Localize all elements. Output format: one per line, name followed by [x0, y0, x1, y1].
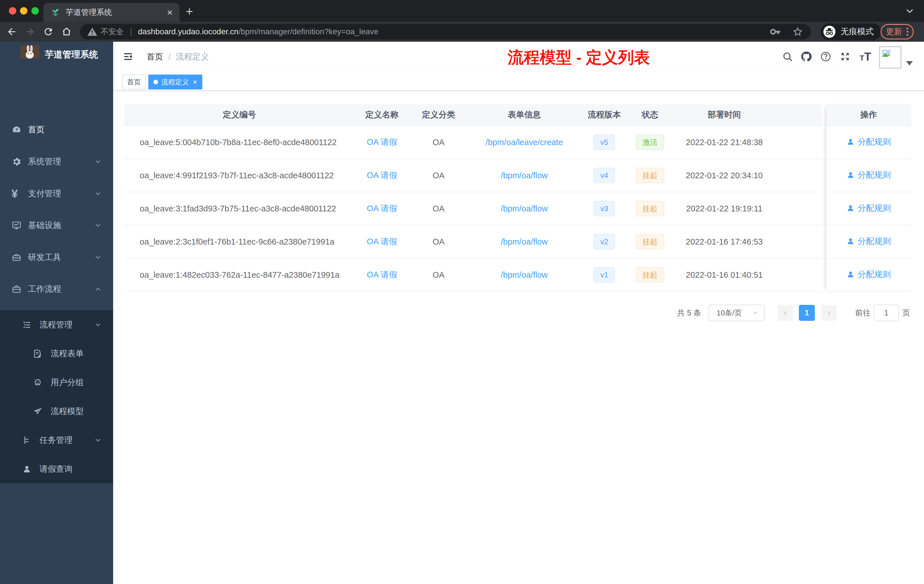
- sidebar-item-infrastructure[interactable]: 基础设施: [0, 210, 113, 241]
- monitor-icon: [12, 220, 22, 231]
- browser-tab[interactable]: 芋道管理系统 ×: [43, 3, 180, 22]
- tab-search-chevron-icon[interactable]: [904, 7, 915, 15]
- tag-home[interactable]: 首页: [122, 74, 146, 89]
- user-icon: [846, 237, 855, 246]
- table-row-action: 分配规则: [826, 226, 911, 259]
- chevron-down-icon: [94, 158, 102, 165]
- assign-rule-link[interactable]: 分配规则: [846, 269, 891, 281]
- next-page-button[interactable]: ›: [821, 305, 837, 321]
- deploy-time: 2022-01-22 20:34:10: [686, 171, 762, 180]
- goto-page-input[interactable]: [874, 305, 899, 321]
- home-icon[interactable]: [61, 26, 72, 37]
- password-key-icon[interactable]: [770, 26, 781, 38]
- chrome-update-button[interactable]: 更新: [881, 24, 914, 40]
- definition-name-link[interactable]: OA 请假: [367, 269, 397, 280]
- form-icon: [33, 349, 43, 358]
- sidebar-item-process-form[interactable]: 流程表单: [0, 339, 113, 368]
- status-badge: 挂起: [636, 168, 664, 183]
- logo-rabbit-image: [21, 45, 40, 59]
- sidebar-item-workflow[interactable]: 工作流程: [0, 273, 113, 305]
- traffic-light-minimize[interactable]: [20, 7, 27, 15]
- definition-table: 定义编号 定义名称 定义分类 表单信息 流程版本 状态 部署时间 oa_leav…: [124, 104, 822, 292]
- sidebar-item-payment[interactable]: ¥ 支付管理: [0, 178, 113, 210]
- sidebar-item-task-management[interactable]: 任务管理: [0, 426, 113, 455]
- deploy-time: 2022-01-22 21:48:38: [686, 138, 762, 147]
- search-icon[interactable]: [782, 51, 793, 62]
- sidebar-item-leave-query[interactable]: 请假查询: [0, 455, 113, 483]
- tree-list-icon: [22, 320, 32, 330]
- sidebar-logo-area[interactable]: 芋道管理系统: [0, 42, 113, 69]
- col-header-id: 定义编号: [223, 109, 256, 120]
- browser-tab-strip: 芋道管理系统 × +: [0, 0, 924, 22]
- definition-category: OA: [432, 138, 445, 147]
- back-icon[interactable]: [6, 26, 17, 37]
- col-header-deploy-time: 部署时间: [708, 109, 741, 120]
- help-icon[interactable]: [820, 51, 832, 62]
- prev-page-button[interactable]: ‹: [778, 305, 793, 321]
- incognito-spy-icon: [823, 25, 836, 38]
- table-row: oa_leave:3:1fad3d93-7b75-11ec-a3c8-acde4…: [124, 192, 822, 226]
- app-title: 芋道管理系统: [45, 49, 98, 61]
- form-link[interactable]: /bpm/oa/leave/create: [486, 138, 563, 147]
- form-link[interactable]: /bpm/oa/flow: [501, 237, 548, 247]
- sidebar-item-process-management[interactable]: 流程管理: [0, 310, 113, 339]
- version-tag: v4: [594, 168, 615, 183]
- browser-menu-dots-icon[interactable]: [907, 28, 908, 36]
- deploy-time: 2022-01-16 17:46:53: [686, 237, 762, 247]
- definition-name-link[interactable]: OA 请假: [367, 203, 397, 214]
- forward-icon[interactable]: [25, 26, 35, 37]
- version-tag: v5: [594, 135, 615, 150]
- sidebar-collapse-icon[interactable]: [122, 51, 134, 62]
- table-row-action: 分配规则: [826, 259, 911, 292]
- sidebar-item-system[interactable]: 系统管理: [0, 146, 113, 178]
- red-annotation-title: 流程模型 - 定义列表: [372, 47, 786, 69]
- briefcase-icon: [12, 284, 22, 294]
- github-icon[interactable]: [800, 51, 812, 63]
- chevron-down-icon: [94, 254, 102, 261]
- form-link[interactable]: /bpm/oa/flow: [501, 171, 548, 180]
- table-header: 定义编号 定义名称 定义分类 表单信息 流程版本 状态 部署时间: [124, 104, 822, 126]
- avatar[interactable]: [879, 46, 901, 69]
- tag-close-icon[interactable]: ×: [193, 78, 197, 87]
- assign-rule-link[interactable]: 分配规则: [846, 203, 891, 214]
- tab-title: 芋道管理系统: [66, 7, 163, 17]
- avatar-dropdown-caret-icon[interactable]: [906, 61, 913, 66]
- fullscreen-icon[interactable]: [840, 51, 851, 62]
- address-bar[interactable]: 不安全 | dashboard.yudao.iocoder.cn/bpm/man…: [80, 24, 811, 40]
- version-tag: v2: [594, 234, 615, 249]
- sidebar-item-label: 流程表单: [51, 348, 84, 360]
- reload-icon[interactable]: [43, 26, 54, 37]
- form-link[interactable]: /bpm/oa/flow: [501, 270, 548, 280]
- traffic-light-close[interactable]: [9, 7, 16, 15]
- chevron-down-icon: [94, 190, 102, 198]
- assign-rule-link[interactable]: 分配规则: [846, 236, 891, 248]
- status-badge: 挂起: [636, 234, 664, 249]
- tab-close-icon[interactable]: ×: [167, 7, 173, 17]
- tag-process-definition[interactable]: 流程定义 ×: [148, 74, 202, 89]
- not-secure-warning-icon: [87, 27, 97, 36]
- definition-name-link[interactable]: OA 请假: [367, 137, 397, 148]
- gear-icon: [12, 157, 22, 167]
- assign-rule-link[interactable]: 分配规则: [846, 136, 891, 148]
- form-link[interactable]: /bpm/oa/flow: [501, 204, 548, 213]
- font-size-icon[interactable]: TT: [860, 50, 871, 63]
- definition-name-link[interactable]: OA 请假: [367, 170, 397, 181]
- sidebar-item-process-model[interactable]: 流程模型: [0, 397, 113, 426]
- page-size-select[interactable]: 10条/页: [709, 305, 765, 321]
- sidebar-item-label: 首页: [28, 124, 45, 135]
- assign-rule-link[interactable]: 分配规则: [846, 170, 891, 181]
- page-number-1[interactable]: 1: [799, 305, 815, 321]
- col-header-category: 定义分类: [422, 109, 455, 120]
- breadcrumb-home[interactable]: 首页: [147, 51, 163, 63]
- new-tab-button[interactable]: +: [186, 5, 193, 18]
- robot-icon: [33, 378, 43, 388]
- sidebar-item-user-group[interactable]: 用户分组: [0, 368, 113, 397]
- sidebar-item-home[interactable]: 首页: [0, 114, 113, 146]
- breadcrumb-current: 流程定义: [176, 51, 209, 63]
- definition-name-link[interactable]: OA 请假: [367, 236, 397, 247]
- chevron-down-icon: [94, 437, 102, 444]
- bookmark-star-icon[interactable]: [792, 26, 804, 38]
- sidebar-item-dev-tools[interactable]: 研发工具: [0, 241, 113, 274]
- traffic-light-maximize[interactable]: [31, 7, 39, 15]
- page: 芋道管理系统 × + 不安全 | dashboard.yudao.iocoder…: [0, 0, 924, 584]
